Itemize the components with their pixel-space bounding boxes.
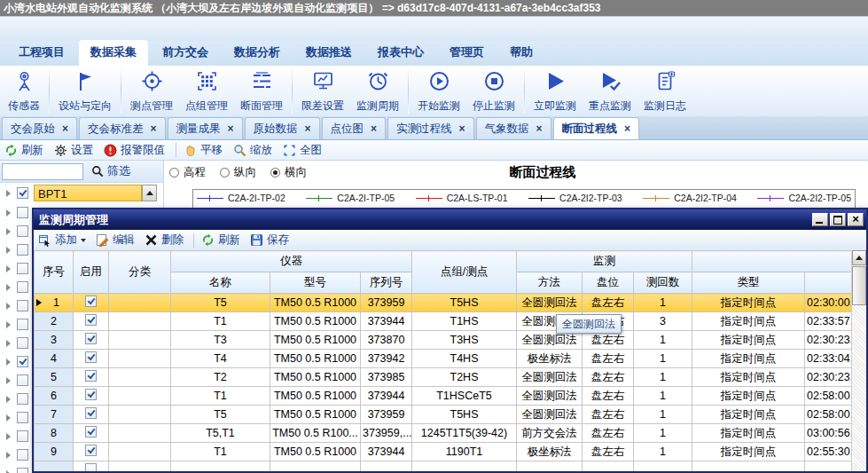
toolbar-button-监测周期[interactable]: 监测周期 (350, 66, 405, 116)
enable-checkbox[interactable] (85, 333, 97, 344)
cell-enable[interactable] (74, 424, 109, 443)
cell-seq[interactable]: 3 (35, 331, 74, 350)
cell-type[interactable]: 指定时间点 (692, 424, 805, 443)
cell-serial[interactable]: 373942 (361, 350, 412, 368)
table-row[interactable]: 5T2TM50 0.5 R1000373985T2HS全圆测回法盘左右1指定时间… (35, 368, 853, 387)
toolbar-button-重点监测[interactable]: 重点监测 (583, 66, 637, 116)
column-header-model[interactable]: 型号 (270, 272, 361, 294)
cell-enable[interactable] (74, 331, 109, 350)
tree-expand-icon[interactable] (6, 452, 11, 459)
cell-enable[interactable] (74, 368, 109, 387)
tab-close-icon[interactable]: × (459, 123, 465, 134)
cell-model[interactable]: TM50 0.5 R1000 (270, 443, 361, 461)
cell-rounds[interactable]: 1 (634, 350, 692, 368)
tree-expand-icon[interactable] (6, 321, 11, 328)
column-header-pointgroup[interactable]: 点组/测点 (412, 251, 517, 294)
toolbar-button-限差设置[interactable]: 限差设置 (295, 66, 350, 116)
tree-checkbox[interactable] (17, 412, 28, 423)
cell-seq[interactable]: 8 (35, 424, 74, 443)
cell-name[interactable]: T1 (171, 312, 270, 331)
enable-checkbox[interactable] (85, 351, 97, 363)
tree-checkbox[interactable] (17, 393, 28, 405)
tab-close-icon[interactable]: × (228, 123, 234, 134)
cell-empty[interactable] (412, 461, 517, 472)
dropdown-caret-icon[interactable] (81, 239, 86, 242)
tree-checkbox[interactable] (17, 300, 28, 311)
cell-name[interactable]: T1 (171, 443, 270, 461)
cell-face[interactable]: 盘左右 (583, 424, 634, 443)
toolbar-button-立即监测[interactable]: 立即监测 (528, 66, 583, 116)
table-row[interactable]: 6T1TM50 0.5 R1000373944T1HSCeT5全圆测回法盘左右1… (35, 387, 853, 406)
tab-测量成果[interactable]: 测量成果× (168, 117, 243, 139)
cell-category[interactable] (109, 312, 171, 331)
tree-expand-icon[interactable] (6, 190, 11, 197)
cell-method[interactable]: 全圆测回法 (517, 294, 583, 312)
cell-model[interactable]: TM50 0.5 R1000 (270, 387, 361, 406)
cell-method[interactable]: 极坐标法 (517, 350, 583, 368)
filter-button[interactable]: 筛选 (88, 163, 134, 179)
point-checkbox[interactable] (17, 187, 28, 199)
cell-enable[interactable] (74, 387, 109, 406)
toolbar-button-停止监测[interactable]: 停止监测 (466, 66, 521, 116)
cell-type[interactable]: 指定时间点 (692, 406, 805, 424)
cell-type[interactable]: 指定时间点 (692, 312, 805, 331)
cell-point[interactable]: T1HS (412, 312, 517, 331)
cell-face[interactable]: 盘左右 (583, 368, 634, 387)
close-button[interactable] (848, 213, 864, 226)
toolbar-button-设站与定向[interactable]: 设站与定向 (52, 66, 118, 116)
cell-name[interactable]: T4 (171, 350, 270, 368)
cell-time[interactable]: 02:30:23,05:30:2 (805, 331, 853, 350)
cell-point[interactable]: T5HS (412, 294, 517, 312)
table-row[interactable]: 1T5TM50 0.5 R1000373959T5HS全圆测回法盘左右1指定时间… (35, 294, 853, 312)
cell-enable[interactable] (74, 443, 109, 461)
menu-item-报表中心[interactable]: 报表中心 (366, 40, 435, 66)
tab-close-icon[interactable]: × (371, 123, 377, 134)
toolbar-button-断面管理[interactable]: 断面管理 (234, 66, 289, 116)
tree-expand-icon[interactable] (6, 303, 11, 310)
column-header-seq[interactable]: 序号 (35, 251, 74, 294)
enable-checkbox[interactable] (85, 389, 97, 400)
cell-model[interactable]: TM50 0.5 R1000 (270, 368, 361, 387)
cell-enable[interactable] (74, 294, 109, 312)
radio-高程[interactable]: 高程 (169, 165, 206, 180)
cell-name[interactable]: T2 (171, 368, 270, 387)
cell-empty[interactable] (35, 461, 74, 472)
cell-face[interactable]: 盘左右 (583, 294, 634, 312)
cell-category[interactable] (109, 294, 171, 312)
menu-item-前方交会[interactable]: 前方交会 (151, 40, 220, 66)
table-row[interactable]: 4T4TM50 0.5 R1000373942T4HS极坐标法盘左右1指定时间点… (35, 350, 853, 368)
cell-category[interactable] (109, 424, 171, 443)
cell-model[interactable]: TM50 0.5 R1000 (270, 350, 361, 368)
cell-rounds[interactable]: 3 (634, 312, 692, 331)
cell-model[interactable]: TM50 0.5 R1000 (270, 331, 361, 350)
cell-model[interactable]: TM50 0.5 R1000 (270, 294, 361, 312)
column-header-type[interactable]: 类型 (692, 272, 805, 294)
tree-expand-icon[interactable] (6, 377, 11, 384)
table-row[interactable]: 9T1TM50 0.5 R10003739441190T1极坐标法盘左右1指定时… (35, 443, 853, 461)
cell-point[interactable]: T3HS (412, 331, 517, 350)
cell-serial[interactable]: 373944 (361, 443, 412, 461)
cell-point[interactable]: 1190T1 (412, 443, 517, 461)
tree-checkbox[interactable] (17, 337, 28, 349)
filter-input[interactable] (2, 163, 83, 180)
cell-serial[interactable]: 373944 (361, 312, 412, 331)
tree-expand-icon[interactable] (6, 284, 11, 291)
point-selector-field[interactable]: BPT1 (34, 185, 142, 201)
cell-time[interactable]: 02:55:30,05:55:3 (805, 443, 853, 461)
cell-serial[interactable]: 373944 (361, 387, 412, 406)
chart-toolbar-button-全图[interactable]: 全图 (283, 143, 322, 158)
scroll-up-button[interactable] (142, 185, 157, 201)
cell-serial[interactable]: 373870 (361, 331, 412, 350)
tab-close-icon[interactable]: × (624, 123, 630, 134)
column-header-rounds[interactable]: 测回数 (634, 272, 692, 294)
cell-name[interactable]: T3 (171, 331, 270, 350)
dialog-toolbar-button-删除[interactable]: 删除 (145, 233, 184, 248)
tree-checkbox[interactable] (17, 244, 28, 256)
enable-checkbox[interactable] (85, 426, 97, 438)
tab-close-icon[interactable]: × (536, 123, 543, 134)
tree-expand-icon[interactable] (6, 470, 11, 473)
tree-checkbox[interactable] (17, 319, 28, 330)
tree-checkbox[interactable] (17, 468, 28, 473)
cell-category[interactable] (109, 406, 171, 424)
menu-item-管理页[interactable]: 管理页 (438, 40, 496, 66)
